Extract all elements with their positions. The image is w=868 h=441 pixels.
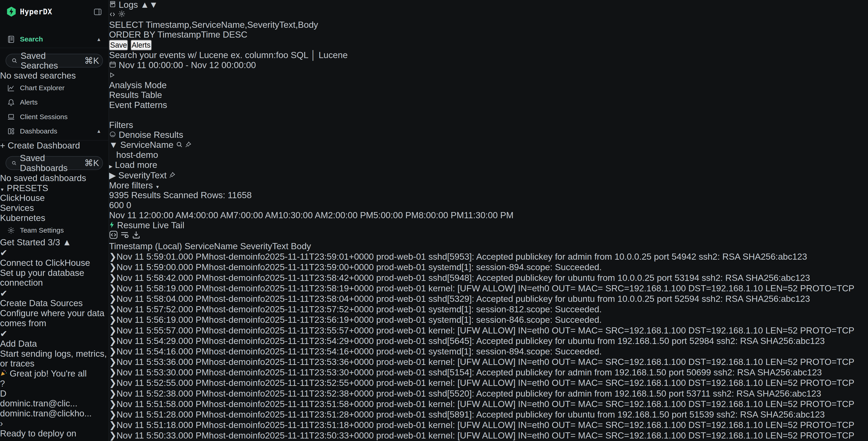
pin-icon[interactable] bbox=[185, 141, 192, 148]
sql-toggle[interactable]: SQL bbox=[291, 50, 308, 60]
y-tick-min: 0 bbox=[126, 201, 131, 210]
log-row[interactable]: ❯Nov 11 5:54:29.000 PMhost-demoinfo2025-… bbox=[109, 335, 854, 346]
cell-body: 2025-11-11T23:51:58+0000 prod-web-01 ker… bbox=[265, 399, 854, 409]
log-row[interactable]: ❯Nov 11 5:50:33.000 PMhost-demoinfo2025-… bbox=[109, 430, 854, 441]
mode-results-table[interactable]: Results Table bbox=[109, 90, 854, 100]
download-icon[interactable] bbox=[132, 230, 141, 239]
get-started-step: ✔ Create Data Sources Configure where yo… bbox=[0, 288, 108, 328]
expand-row-icon[interactable]: ❯ bbox=[109, 410, 117, 419]
help-button[interactable]: ? bbox=[0, 379, 108, 389]
source-settings-gear-icon[interactable] bbox=[118, 10, 126, 19]
expand-row-icon[interactable]: ❯ bbox=[109, 399, 117, 409]
log-row[interactable]: ❯Nov 11 5:59:01.000 PMhost-demoinfo2025-… bbox=[109, 252, 854, 262]
preset-services[interactable]: Services bbox=[0, 203, 108, 213]
sidebar-item-team-settings[interactable]: Team Settings bbox=[0, 223, 108, 238]
sidebar-item-dashboards[interactable]: Dashboards ▲ bbox=[0, 124, 108, 141]
expand-row-icon[interactable]: ❯ bbox=[109, 431, 117, 440]
collapse-sidebar-icon[interactable] bbox=[94, 7, 102, 16]
load-more-button[interactable]: ▶ Load more bbox=[109, 160, 854, 170]
date-range-picker[interactable]: Nov 11 00:00:00 - Nov 12 00:00:00 bbox=[109, 60, 854, 70]
alerts-button[interactable]: Alerts bbox=[130, 40, 152, 50]
log-row[interactable]: ❯Nov 11 5:52:55.000 PMhost-demoinfo2025-… bbox=[109, 378, 854, 388]
log-row[interactable]: ❯Nov 11 5:51:28.000 PMhost-demoinfo2025-… bbox=[109, 409, 854, 420]
expand-row-icon[interactable]: ❯ bbox=[109, 347, 117, 356]
cell-timestamp: Nov 11 5:51:58.000 PM bbox=[117, 399, 209, 409]
events-histogram[interactable]: 600 0 bbox=[109, 201, 854, 210]
log-row[interactable]: ❯Nov 11 5:58:19.000 PMhost-demoinfo2025-… bbox=[109, 283, 854, 293]
expand-row-icon[interactable]: ❯ bbox=[109, 325, 117, 335]
log-row[interactable]: ❯Nov 11 5:51:58.000 PMhost-demoinfo2025-… bbox=[109, 399, 854, 409]
expand-row-icon[interactable]: ❯ bbox=[109, 273, 117, 283]
expand-row-icon[interactable]: ❯ bbox=[109, 336, 117, 346]
log-row[interactable]: ❯Nov 11 5:56:19.000 PMhost-demoinfo2025-… bbox=[109, 315, 854, 325]
log-row[interactable]: ❯Nov 11 5:57:52.000 PMhost-demoinfo2025-… bbox=[109, 304, 854, 315]
preset-kubernetes[interactable]: Kubernetes bbox=[0, 213, 108, 223]
saved-dashboards-input[interactable]: Saved Dashboards ⌘K bbox=[5, 156, 103, 170]
more-filters-button[interactable]: More filters ▼ bbox=[109, 181, 854, 190]
expand-row-icon[interactable]: ❯ bbox=[109, 368, 117, 377]
log-row[interactable]: ❯Nov 11 5:55:57.000 PMhost-demoinfo2025-… bbox=[109, 325, 854, 335]
sidebar-item-search[interactable]: Search ▲ bbox=[0, 32, 108, 48]
chevron-up-icon[interactable]: ▲ bbox=[96, 36, 101, 42]
wrap-text-icon[interactable] bbox=[120, 230, 129, 239]
col-body[interactable]: Body bbox=[291, 241, 311, 251]
cell-timestamp: Nov 11 5:50:33.000 PM bbox=[117, 431, 209, 440]
search-icon[interactable] bbox=[176, 141, 183, 148]
filter-group-servicename[interactable]: ▼ ServiceName bbox=[109, 140, 854, 150]
event-search-input[interactable]: Search your events w/ Lucene ex. column:… bbox=[109, 50, 854, 60]
mode-event-patterns[interactable]: Event Patterns bbox=[109, 100, 854, 110]
preset-clickhouse[interactable]: ClickHouse bbox=[0, 193, 108, 203]
log-row[interactable]: ❯Nov 11 5:53:30.000 PMhost-demoinfo2025-… bbox=[109, 367, 854, 378]
expand-row-icon[interactable]: ❯ bbox=[109, 378, 117, 387]
sidebar-item-chart-explorer[interactable]: Chart Explorer bbox=[0, 81, 108, 95]
expand-row-icon[interactable]: ❯ bbox=[109, 420, 117, 430]
get-started-header[interactable]: Get Started 3/3 ▲ bbox=[0, 238, 108, 247]
chevron-up-icon[interactable]: ▲ bbox=[63, 238, 71, 247]
lucene-toggle[interactable]: Lucene bbox=[318, 50, 348, 60]
log-row[interactable]: ❯Nov 11 5:52:38.000 PMhost-demoinfo2025-… bbox=[109, 388, 854, 399]
cell-timestamp: Nov 11 5:51:18.000 PM bbox=[117, 420, 209, 430]
expand-row-icon[interactable]: ❯ bbox=[109, 262, 117, 272]
log-row[interactable]: ❯Nov 11 5:59:00.000 PMhost-demoinfo2025-… bbox=[109, 262, 854, 272]
pin-icon[interactable] bbox=[169, 172, 176, 178]
log-row[interactable]: ❯Nov 11 5:58:42.000 PMhost-demoinfo2025-… bbox=[109, 272, 854, 283]
create-dashboard-button[interactable]: + Create Dashboard bbox=[0, 141, 108, 151]
order-by-input[interactable]: ORDER BY TimestampTime DESC bbox=[109, 30, 854, 40]
no-saved-dashboards-text: No saved dashboards bbox=[0, 173, 108, 183]
expand-row-icon[interactable]: ❯ bbox=[109, 294, 117, 303]
log-row[interactable]: ❯Nov 11 5:54:16.000 PMhost-demoinfo2025-… bbox=[109, 346, 854, 356]
cell-body: 2025-11-11T23:54:16+0000 prod-web-01 sys… bbox=[265, 347, 602, 356]
filter-panel: Analysis Mode Results Table Event Patter… bbox=[109, 80, 854, 190]
denoise-results-option[interactable]: Denoise Results bbox=[109, 130, 854, 140]
sidebar-item-alerts[interactable]: Alerts bbox=[0, 95, 108, 110]
col-timestamp[interactable]: Timestamp (Local) bbox=[109, 241, 182, 251]
cell-timestamp: Nov 11 5:59:00.000 PM bbox=[117, 262, 209, 272]
save-button[interactable]: Save bbox=[109, 40, 128, 50]
expand-row-icon[interactable]: ❯ bbox=[109, 284, 117, 293]
source-select[interactable]: Logs ▲▼ bbox=[109, 0, 854, 10]
view-source-icon[interactable] bbox=[109, 230, 118, 239]
saved-searches-input[interactable]: Saved Searches ⌘K bbox=[5, 54, 103, 68]
chevron-up-icon[interactable]: ▲ bbox=[96, 128, 101, 134]
expand-row-icon[interactable]: ❯ bbox=[109, 315, 117, 324]
col-servicename[interactable]: ServiceName bbox=[184, 241, 238, 251]
filter-group-severitytext[interactable]: ▶ SeverityText bbox=[109, 170, 854, 180]
edit-source-icon[interactable] bbox=[109, 10, 118, 19]
service-filter-host-demo[interactable]: host-demo bbox=[116, 150, 854, 160]
expand-row-icon[interactable]: ❯ bbox=[109, 252, 117, 261]
log-row[interactable]: ❯Nov 11 5:53:36.000 PMhost-demoinfo2025-… bbox=[109, 357, 854, 367]
expand-row-icon[interactable]: ❯ bbox=[109, 389, 117, 398]
select-columns-input[interactable]: SELECT Timestamp,ServiceName,SeverityTex… bbox=[109, 20, 854, 30]
expand-row-icon[interactable]: ❯ bbox=[109, 304, 117, 314]
expand-row-icon[interactable]: ❯ bbox=[109, 357, 117, 366]
analysis-mode-heading: Analysis Mode bbox=[109, 80, 854, 90]
cell-servicename: host-demo bbox=[209, 273, 251, 283]
log-row[interactable]: ❯Nov 11 5:51:18.000 PMhost-demoinfo2025-… bbox=[109, 420, 854, 430]
log-row[interactable]: ❯Nov 11 5:58:04.000 PMhost-demoinfo2025-… bbox=[109, 293, 854, 304]
sidebar-item-client-sessions[interactable]: Client Sessions bbox=[0, 110, 108, 124]
col-severitytext[interactable]: SeverityText bbox=[240, 241, 288, 251]
resume-live-tail-button[interactable]: Resume Live Tail bbox=[109, 220, 854, 231]
presets-section[interactable]: ▼ PRESETS bbox=[0, 183, 108, 194]
run-query-button[interactable] bbox=[109, 70, 854, 80]
user-menu[interactable]: D dominic.tran@clic... dominic.tran@clic… bbox=[0, 389, 108, 429]
